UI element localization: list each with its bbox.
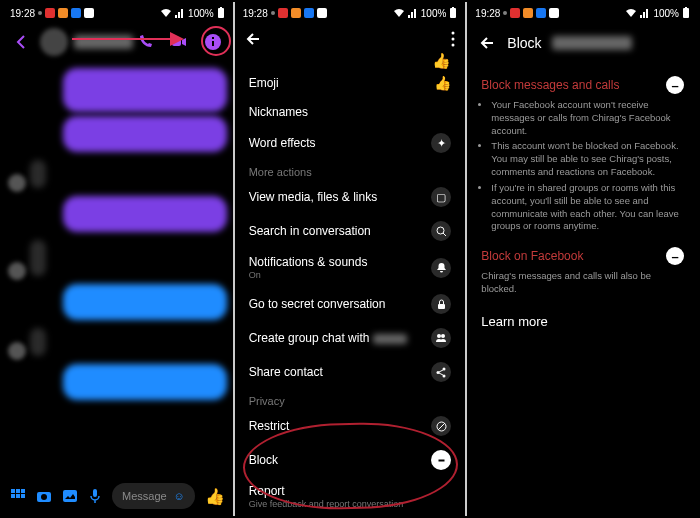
message-bubble-received[interactable] bbox=[30, 328, 46, 356]
svg-line-29 bbox=[439, 370, 443, 372]
more-button[interactable] bbox=[451, 31, 455, 47]
thumbs-up-icon[interactable]: 👍 bbox=[205, 487, 225, 506]
signal-icon bbox=[175, 8, 185, 18]
svg-point-25 bbox=[441, 334, 445, 338]
menu-label: View media, files & links bbox=[249, 190, 378, 204]
sender-avatar bbox=[8, 342, 26, 360]
status-app-icon bbox=[45, 8, 55, 18]
menu-report[interactable]: Report Give feedback and report conversa… bbox=[241, 477, 460, 511]
menu-emoji[interactable]: Emoji 👍 bbox=[241, 68, 460, 98]
settings-header bbox=[235, 24, 466, 54]
menu-label: Block bbox=[249, 453, 278, 467]
message-input[interactable]: Message ☺ bbox=[112, 483, 195, 509]
menu-notifications[interactable]: Notifications & sounds On bbox=[241, 248, 460, 287]
message-bubble-sent[interactable] bbox=[63, 196, 227, 232]
bell-icon bbox=[431, 258, 451, 278]
block-messages-row[interactable]: Block messages and calls – bbox=[481, 76, 684, 94]
menu-create-group[interactable]: Create group chat with bbox=[241, 321, 460, 355]
sparkle-icon: ✦ bbox=[431, 133, 451, 153]
back-button[interactable] bbox=[479, 34, 497, 52]
menu-restrict[interactable]: Restrict bbox=[241, 409, 460, 443]
battery-icon bbox=[449, 7, 457, 19]
svg-rect-7 bbox=[16, 489, 20, 493]
apps-icon[interactable] bbox=[10, 488, 26, 504]
emoji-icon[interactable]: ☺ bbox=[173, 490, 184, 502]
svg-point-18 bbox=[452, 32, 455, 35]
share-icon bbox=[431, 362, 451, 382]
wifi-icon bbox=[393, 8, 405, 18]
svg-rect-14 bbox=[63, 490, 77, 502]
info-button[interactable] bbox=[201, 30, 225, 54]
block-facebook-row[interactable]: Block on Facebook – bbox=[481, 247, 684, 265]
status-bar: 19:28 100% bbox=[467, 2, 698, 24]
block-facebook-sub: Chirag's messages and calls will also be… bbox=[481, 270, 684, 296]
menu-nicknames[interactable]: Nicknames bbox=[241, 98, 460, 126]
learn-more-link[interactable]: Learn more bbox=[481, 314, 684, 329]
status-time: 19:28 bbox=[475, 8, 500, 19]
minus-icon: – bbox=[666, 76, 684, 94]
battery-text: 100% bbox=[653, 8, 679, 19]
sender-avatar bbox=[8, 262, 26, 280]
menu-block[interactable]: Block bbox=[241, 443, 460, 477]
signal-icon bbox=[408, 8, 418, 18]
back-button[interactable] bbox=[10, 30, 34, 54]
contact-name[interactable] bbox=[74, 35, 133, 49]
status-facebook-icon bbox=[536, 8, 546, 18]
svg-rect-34 bbox=[438, 459, 444, 461]
message-bubble-sent[interactable] bbox=[63, 116, 227, 152]
svg-point-20 bbox=[452, 44, 455, 47]
wifi-icon bbox=[160, 8, 172, 18]
contact-name-blurred bbox=[552, 36, 632, 50]
block-icon bbox=[431, 450, 451, 470]
status-facebook-icon bbox=[304, 8, 314, 18]
message-input-bar: Message ☺ 👍 bbox=[2, 476, 233, 516]
signal-icon bbox=[640, 8, 650, 18]
menu-search[interactable]: Search in conversation bbox=[241, 214, 460, 248]
contact-avatar[interactable] bbox=[40, 28, 68, 56]
svg-rect-10 bbox=[16, 494, 20, 498]
message-bubble-received[interactable] bbox=[30, 240, 46, 276]
menu-share-contact[interactable]: Share contact bbox=[241, 355, 460, 389]
menu-word-effects[interactable]: Word effects ✦ bbox=[241, 126, 460, 160]
menu-label: Go to secret conversation bbox=[249, 297, 386, 311]
message-bubble-sent[interactable] bbox=[63, 364, 227, 400]
message-bubble-received[interactable] bbox=[30, 160, 46, 188]
message-bubble-sent[interactable] bbox=[63, 68, 227, 112]
svg-rect-0 bbox=[218, 8, 224, 18]
status-dot-icon bbox=[38, 11, 42, 15]
back-button[interactable] bbox=[245, 30, 263, 48]
svg-rect-6 bbox=[11, 489, 15, 493]
battery-icon bbox=[217, 7, 225, 19]
menu-secret-conversation[interactable]: Go to secret conversation bbox=[241, 287, 460, 321]
status-time: 19:28 bbox=[243, 8, 268, 19]
mic-icon[interactable] bbox=[88, 488, 102, 504]
message-bubble-sent[interactable] bbox=[63, 284, 227, 320]
svg-line-22 bbox=[443, 233, 446, 236]
video-button[interactable] bbox=[167, 30, 191, 54]
thumbs-up-icon: 👍 bbox=[434, 75, 451, 91]
svg-point-19 bbox=[452, 38, 455, 41]
sender-avatar bbox=[8, 174, 26, 192]
wifi-icon bbox=[625, 8, 637, 18]
menu-label: Restrict bbox=[249, 419, 290, 433]
chat-header bbox=[2, 24, 233, 60]
menu-label: Report bbox=[249, 484, 404, 498]
svg-rect-1 bbox=[220, 7, 222, 8]
svg-rect-2 bbox=[172, 38, 181, 46]
svg-rect-35 bbox=[683, 8, 689, 18]
menu-label: Emoji bbox=[249, 76, 279, 90]
gallery-icon[interactable] bbox=[62, 488, 78, 504]
svg-point-13 bbox=[41, 494, 47, 500]
svg-rect-36 bbox=[685, 7, 687, 8]
status-app-icon bbox=[317, 8, 327, 18]
menu-sublabel: Give feedback and report conversation bbox=[249, 499, 404, 509]
menu-label: Share contact bbox=[249, 365, 323, 379]
image-icon: ▢ bbox=[431, 187, 451, 207]
call-button[interactable] bbox=[133, 30, 157, 54]
menu-view-media[interactable]: View media, files & links ▢ bbox=[241, 180, 460, 214]
svg-point-21 bbox=[437, 227, 444, 234]
svg-point-24 bbox=[437, 334, 441, 338]
camera-icon[interactable] bbox=[36, 488, 52, 504]
search-icon bbox=[431, 221, 451, 241]
menu-label: Nicknames bbox=[249, 105, 308, 119]
